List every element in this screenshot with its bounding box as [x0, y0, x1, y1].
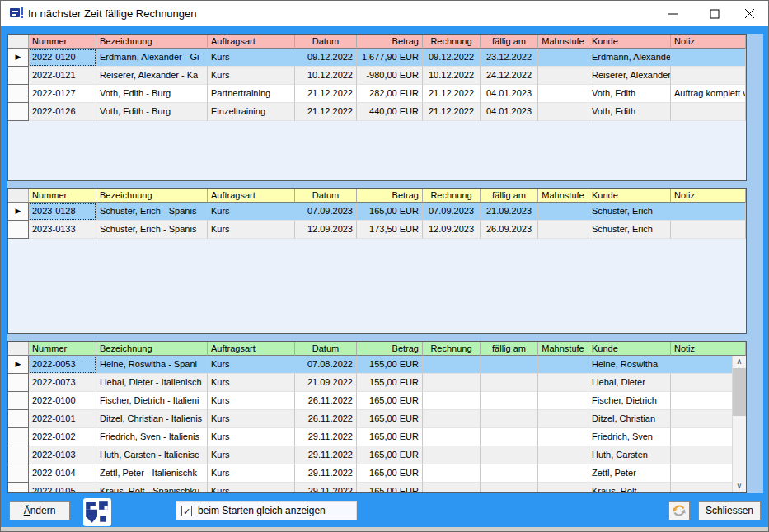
- table-row[interactable]: 2022-0104Zettl, Peter - ItalienischkKurs…: [8, 464, 746, 483]
- close-window-button[interactable]: Schliessen: [698, 501, 761, 520]
- cell-datum: 26.11.2022: [295, 392, 357, 410]
- current-row-marker[interactable]: ▶: [8, 356, 29, 374]
- cell-betrag: 155,00 EUR: [357, 356, 423, 374]
- cell-datum: 21.12.2022: [295, 85, 357, 103]
- change-button[interactable]: Ändern: [9, 501, 70, 520]
- table-row[interactable]: 2022-0126Voth, Edith - BurgEinzeltrainin…: [8, 103, 746, 121]
- row-selector[interactable]: [8, 410, 29, 428]
- column-header-mahnstufe: Mahnstufe: [538, 342, 588, 356]
- close-button[interactable]: [731, 1, 769, 26]
- row-selector[interactable]: [8, 446, 29, 464]
- invoice-grid-unbilled: NummerBezeichnungAuftragsartDatumBetragR…: [7, 341, 747, 493]
- cell-betrag: 165,00 EUR: [357, 428, 423, 446]
- table-row[interactable]: 2022-0105Kraus, Rolf - SpanischkuKurs29.…: [8, 483, 746, 493]
- invoice-grid-overdue: NummerBezeichnungAuftragsartDatumBetragR…: [7, 34, 747, 181]
- scrollbar-thumb[interactable]: [733, 368, 746, 416]
- cell-rechnung: 09.12.2022: [423, 49, 481, 67]
- cell-mahnstufe: [538, 464, 588, 483]
- cell-betrag: 165,00 EUR: [357, 464, 423, 483]
- table-row[interactable]: 2023-0133Schuster, Erich - SpanisKurs12.…: [8, 221, 746, 239]
- app-window: In nächster Zeit fällige Rechnungen Numm…: [0, 0, 769, 532]
- row-selector[interactable]: [8, 428, 29, 446]
- column-header-datum: Datum: [295, 189, 357, 203]
- cell-mahnstufe: [538, 483, 588, 493]
- cell-nummer: 2022-0127: [29, 85, 96, 103]
- cell-bezeichnung: Heine, Roswitha - Spani: [96, 356, 208, 374]
- cell-auftragsart: Kurs: [208, 374, 295, 392]
- minimize-button[interactable]: [654, 1, 692, 26]
- column-header-auftragsart: Auftragsart: [208, 189, 295, 203]
- cell-rechnung: [423, 483, 481, 493]
- table-row[interactable]: ▶2022-0053Heine, Roswitha - SpaniKurs07.…: [8, 356, 746, 374]
- column-header-mahnstufe: Mahnstufe: [538, 35, 588, 49]
- cell-rechnung: 12.09.2023: [423, 221, 481, 239]
- row-selector[interactable]: [8, 464, 29, 483]
- table-row[interactable]: 2022-0073Liebal, Dieter - ItalienischKur…: [8, 374, 746, 392]
- column-header-bezeichnung: Bezeichnung: [96, 189, 208, 203]
- cell-faellig-am: [481, 446, 538, 464]
- cell-nummer: 2022-0101: [29, 410, 96, 428]
- column-header-bezeichnung: Bezeichnung: [96, 35, 208, 49]
- row-selector[interactable]: [8, 392, 29, 410]
- cell-notiz: [671, 203, 746, 221]
- scroll-down-button[interactable]: ∨: [733, 480, 746, 492]
- column-header-rechnung: Rechnung: [423, 35, 481, 49]
- startup-checkbox[interactable]: ✓: [181, 506, 192, 516]
- cell-betrag: 155,00 EUR: [357, 374, 423, 392]
- row-selector[interactable]: [8, 85, 29, 103]
- invoice-grid-upcoming: NummerBezeichnungAuftragsartDatumBetragR…: [7, 188, 747, 334]
- cell-bezeichnung: Schuster, Erich - Spanis: [96, 221, 208, 239]
- cell-datum: 07.09.2023: [295, 203, 357, 221]
- row-selector[interactable]: [8, 103, 29, 121]
- column-header-mahnstufe: Mahnstufe: [538, 189, 588, 203]
- cell-kunde: Friedrich, Sven: [588, 428, 671, 446]
- cell-rechnung: [423, 374, 481, 392]
- column-header-notiz: Notiz: [671, 342, 746, 356]
- table-row[interactable]: 2022-0100Fischer, Dietrich - ItalieniKur…: [8, 392, 746, 410]
- column-header-faellig-am: fällig am: [481, 35, 538, 49]
- current-row-marker[interactable]: ▶: [8, 49, 29, 67]
- cell-auftragsart: Kurs: [208, 221, 295, 239]
- current-row-marker[interactable]: ▶: [8, 203, 29, 221]
- table-row[interactable]: ▶2022-0120Erdmann, Alexander - GiKurs09.…: [8, 49, 746, 67]
- cell-bezeichnung: Voth, Edith - Burg: [96, 85, 208, 103]
- row-selector[interactable]: [8, 483, 29, 493]
- cell-bezeichnung: Schuster, Erich - Spanis: [96, 203, 208, 221]
- refresh-button[interactable]: [668, 501, 690, 520]
- cell-faellig-am: 04.01.2023: [481, 103, 538, 121]
- startup-checkbox-label: beim Starten gleich anzeigen: [198, 502, 326, 520]
- table-row[interactable]: 2022-0127Voth, Edith - BurgPartnertraini…: [8, 85, 746, 103]
- cell-kunde: Voth, Edith: [588, 85, 671, 103]
- cell-nummer: 2022-0104: [29, 464, 96, 483]
- cell-faellig-am: [481, 410, 538, 428]
- cell-bezeichnung: Reiserer, Alexander - Ka: [96, 67, 208, 85]
- cell-auftragsart: Kurs: [208, 464, 295, 483]
- table-row[interactable]: ▶2023-0128Schuster, Erich - SpanisKurs07…: [8, 203, 746, 221]
- row-selector[interactable]: [8, 67, 29, 85]
- cell-datum: 21.12.2022: [295, 103, 357, 121]
- cell-betrag: 165,00 EUR: [357, 483, 423, 493]
- row-selector-header: [8, 35, 29, 49]
- scroll-up-button[interactable]: ∧: [733, 356, 746, 368]
- cell-notiz: [671, 103, 746, 121]
- table-row[interactable]: 2022-0103Huth, Carsten - ItalieniscKurs2…: [8, 446, 746, 464]
- vertical-scrollbar[interactable]: ∧ ∨: [732, 356, 746, 492]
- cell-betrag: 282,00 EUR: [357, 85, 423, 103]
- table-row[interactable]: 2022-0102Friedrich, Sven - ItalienisKurs…: [8, 428, 746, 446]
- table-row[interactable]: 2022-0121Reiserer, Alexander - KaKurs10.…: [8, 67, 746, 85]
- cell-auftragsart: Partnertraining: [208, 85, 295, 103]
- row-selector[interactable]: [8, 221, 29, 239]
- cell-datum: 07.08.2022: [295, 356, 357, 374]
- cell-nummer: 2022-0053: [29, 356, 96, 374]
- cell-kunde: Fischer, Dietrich: [588, 392, 671, 410]
- column-header-kunde: Kunde: [588, 342, 671, 356]
- table-row[interactable]: 2022-0101Ditzel, Christian - ItalienisKu…: [8, 410, 746, 428]
- cell-auftragsart: Kurs: [208, 428, 295, 446]
- row-selector[interactable]: [8, 374, 29, 392]
- maximize-button[interactable]: [696, 1, 734, 26]
- cell-auftragsart: Kurs: [208, 410, 295, 428]
- cell-kunde: Heine, Roswitha: [588, 356, 671, 374]
- cell-datum: 12.09.2023: [295, 221, 357, 239]
- cell-mahnstufe: [538, 49, 588, 67]
- column-header-nummer: Nummer: [29, 35, 96, 49]
